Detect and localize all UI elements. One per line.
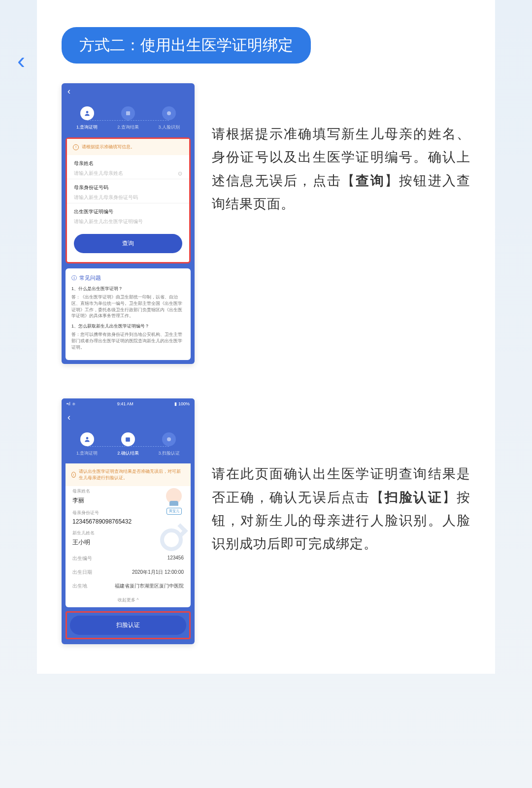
section-query-form: ‹ 1.查询证明 2.查询结果 bbox=[62, 83, 470, 364]
svg-rect-1 bbox=[126, 111, 130, 115]
warning-text: 请认出生医学证明查询结果是否准确无误后，对可新生儿母亲进行扫脸认证。 bbox=[79, 468, 185, 481]
phone-back-icon: ‹ bbox=[62, 409, 195, 426]
person-icon bbox=[80, 106, 94, 120]
baby-avatar-icon bbox=[166, 488, 182, 504]
svg-point-5 bbox=[167, 437, 171, 441]
svg-point-2 bbox=[167, 111, 171, 115]
row-label: 出生编号 bbox=[72, 555, 92, 562]
method-title-badge: 方式二：使用出生医学证明绑定 bbox=[62, 27, 311, 64]
face-icon bbox=[162, 432, 176, 446]
person-icon bbox=[80, 432, 94, 446]
form-group-mother-name: 母亲姓名 请输入新生儿母亲姓名 ⊙ bbox=[67, 155, 189, 179]
field-label: 出生医学证明编号 bbox=[74, 208, 182, 215]
highlighted-face-button-area: 扫脸认证 bbox=[66, 611, 191, 639]
section2-description: 请在此页面确认出生医学证明查询结果是否正确，确认无误后点击【扫脸认证】按钮，对新… bbox=[212, 398, 470, 556]
steps-indicator: 1.查询证明 2.确认结果 3.扫脸认证 bbox=[62, 426, 195, 463]
row-label: 出生日期 bbox=[72, 569, 92, 576]
query-button: 查询 bbox=[74, 234, 182, 253]
field-placeholder: 请输入新生儿母亲身份证号码 bbox=[74, 194, 182, 201]
screenshot-result-confirm: •ıl ⨳ 9:41 AM ▮ 100% ‹ 1.查询证明 bbox=[62, 398, 195, 644]
row-value: 2020年1月1日 12:00:00 bbox=[132, 569, 184, 576]
form-group-mother-id: 母亲身份证号码 请输入新生儿母亲身份证号码 bbox=[67, 179, 189, 203]
phone-statusbar: •ıl ⨳ 9:41 AM ▮ 100% bbox=[62, 398, 195, 409]
faq-question: 1、怎么获取新生儿出生医学证明编号？ bbox=[71, 323, 185, 329]
page-back-button[interactable]: ‹ bbox=[17, 47, 25, 74]
step-label: 3.扫脸认证 bbox=[149, 450, 190, 457]
step-label: 3.人脸识别 bbox=[149, 124, 190, 131]
main-content: 方式二：使用出生医学证明绑定 ‹ 1.查询证明 2.查询结果 bbox=[37, 0, 495, 674]
warning-strip: ! 请认出生医学证明查询结果是否准确无误后，对可新生儿母亲进行扫脸认证。 bbox=[66, 463, 191, 486]
highlighted-form-area: ! 请根据提示准确填写信息。 母亲姓名 请输入新生儿母亲姓名 ⊙ 母亲身份证号码… bbox=[66, 137, 191, 263]
status-battery: ▮ 100% bbox=[174, 401, 190, 406]
step-label: 2.确认结果 bbox=[107, 450, 148, 457]
face-verify-button: 扫脸认证 bbox=[70, 616, 186, 635]
row-value: 123456 bbox=[167, 555, 184, 562]
field-label: 母亲身份证号码 bbox=[74, 184, 182, 191]
svg-point-3 bbox=[86, 437, 88, 440]
male-symbol-icon bbox=[160, 528, 183, 551]
list-icon bbox=[121, 432, 135, 446]
step-label: 1.查询证明 bbox=[66, 450, 107, 457]
field-placeholder: 请输入新生儿出生医学证明编号 bbox=[74, 218, 182, 225]
faq-answer: 答：《出生医学证明》由卫生部统一印制，以省、自治区、直辖市为单位统一编号。卫生部… bbox=[71, 294, 185, 319]
step-label: 1.查询证明 bbox=[66, 124, 107, 131]
svg-point-0 bbox=[86, 111, 88, 113]
faq-card: ⓘ 常见问题 1、什么是出生医学证明？ 答：《出生医学证明》由卫生部统一印制，以… bbox=[66, 268, 191, 360]
section-result-confirm: •ıl ⨳ 9:41 AM ▮ 100% ‹ 1.查询证明 bbox=[62, 398, 470, 644]
field-label: 母亲姓名 bbox=[74, 160, 182, 167]
status-time: 9:41 AM bbox=[117, 401, 133, 406]
list-icon bbox=[121, 106, 135, 120]
steps-indicator: 1.查询证明 2.查询结果 3.人脸识别 bbox=[62, 99, 195, 137]
warning-icon: ! bbox=[73, 144, 79, 150]
faq-answer: 答：您可以携带有效身份证件到当地公安机构、卫生主管部门或者办理出生医学证明的医院… bbox=[71, 331, 185, 350]
row-value: 福建省厦门市湖里区厦门中医院 bbox=[115, 583, 184, 590]
question-icon: ⓘ bbox=[71, 274, 77, 282]
step-label: 2.查询结果 bbox=[107, 124, 148, 131]
screenshot-query-form: ‹ 1.查询证明 2.查询结果 bbox=[62, 83, 195, 364]
mother-id-value: 123456789098765432 bbox=[72, 518, 184, 525]
collapse-toggle: 收起更多 ^ bbox=[72, 593, 184, 607]
warning-strip: ! 请根据提示准确填写信息。 bbox=[67, 139, 189, 155]
field-placeholder: 请输入新生儿母亲姓名 bbox=[74, 170, 123, 177]
faq-title: ⓘ 常见问题 bbox=[71, 274, 185, 282]
phone-back-icon: ‹ bbox=[62, 83, 195, 99]
row-label: 出生地 bbox=[72, 583, 87, 590]
warning-text: 请根据提示准确填写信息。 bbox=[82, 144, 135, 150]
baby-gender-tag: 男宝儿 bbox=[166, 508, 182, 515]
signal-icon: •ıl ⨳ bbox=[66, 401, 76, 406]
warning-icon: ! bbox=[71, 472, 76, 478]
faq-question: 1、什么是出生医学证明？ bbox=[71, 286, 185, 292]
clear-icon: ⊙ bbox=[178, 170, 182, 177]
section1-description: 请根据提示准确填写新生儿母亲的姓名、身份证号以及出生医学证明编号。确认上述信息无… bbox=[212, 83, 470, 216]
result-card: ! 请认出生医学证明查询结果是否准确无误后，对可新生儿母亲进行扫脸认证。 男宝儿… bbox=[66, 463, 191, 607]
baby-image: 男宝儿 bbox=[164, 488, 184, 515]
form-group-cert-no: 出生医学证明编号 请输入新生儿出生医学证明编号 bbox=[67, 203, 189, 227]
face-icon bbox=[162, 106, 176, 120]
